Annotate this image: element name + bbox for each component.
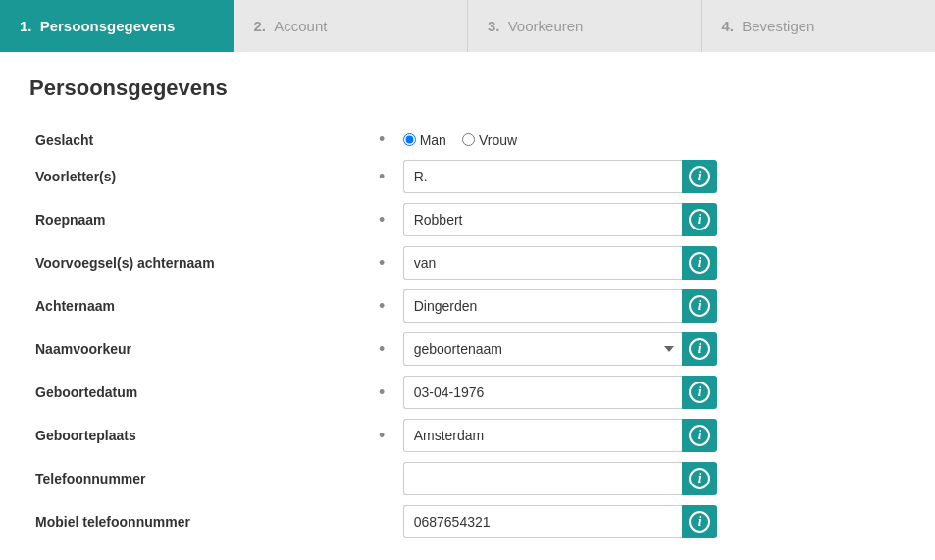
naamvoorkeur-dot: • [366,328,396,371]
roepnaam-input[interactable] [403,203,682,236]
table-row: Achternaam • [29,284,906,328]
wizard-step-3[interactable]: 3. Voorkeuren [468,0,702,52]
voorvoegsel-info-button[interactable] [682,246,717,280]
step-4-label: Bevestigen [742,18,814,34]
geboorteplaats-input[interactable] [403,419,682,452]
voorletters-dot: • [366,155,396,198]
voorletters-label: Voorletter(s) [29,155,366,198]
geslacht-input-cell: Man Vrouw [397,125,906,155]
voorletters-info-button[interactable] [682,160,717,193]
step-1-label: Persoonsgegevens [40,18,176,34]
roepnaam-label: Roepnaam [29,198,366,241]
page-title: Persoonsgegevens [29,76,906,101]
step-3-number: 3. [488,18,500,34]
telefoonnummer-label: Telefoonnummer [29,457,366,500]
step-1-number: 1. [20,18,32,34]
step-2-number: 2. [254,18,267,34]
table-row: Roepnaam • [29,198,906,241]
mobiel-group [403,505,717,538]
wizard-steps: 1. Persoonsgegevens 2. Account 3. Voorke… [0,0,935,52]
radio-man[interactable] [403,133,416,146]
naamvoorkeur-group: geboortenaam partnernaam partnernaam - g… [403,332,717,366]
radio-man-text: Man [420,132,446,148]
table-row: Geboorteplaats • [29,414,906,457]
voorletters-group [403,160,717,193]
step-2-label: Account [274,18,327,34]
geboortedatum-info-button[interactable] [682,376,717,409]
table-row: Geboortedatum • [29,371,906,414]
naamvoorkeur-input-cell: geboortenaam partnernaam partnernaam - g… [397,328,906,371]
geboortedatum-group [403,376,717,409]
roepnaam-group [403,203,717,236]
geslacht-label: Geslacht [29,125,366,155]
table-row: Geslacht • Man Vrouw [29,125,906,155]
form-table: Geslacht • Man Vrouw [29,125,906,543]
voorvoegsel-input[interactable] [403,246,682,280]
roepnaam-info-button[interactable] [682,203,717,236]
voorletters-input[interactable] [403,160,682,193]
geboortedatum-input-cell [397,371,906,414]
mobiel-dot [366,500,396,543]
voorvoegsel-dot: • [366,241,396,284]
geboorteplaats-input-cell [397,414,906,457]
telefoonnummer-info-button[interactable] [682,462,717,495]
mobiel-input[interactable] [403,505,682,538]
telefoonnummer-input[interactable] [403,462,682,495]
mobiel-input-cell [397,500,906,543]
geboorteplaats-group [403,419,717,452]
wizard-step-2[interactable]: 2. Account [234,0,469,52]
geboorteplaats-info-button[interactable] [682,419,717,452]
voorvoegsel-group [403,246,717,280]
radio-vrouw-label[interactable]: Vrouw [462,132,517,148]
geslacht-radio-group: Man Vrouw [403,132,900,148]
voorvoegsel-label: Voorvoegsel(s) achternaam [29,241,366,284]
roepnaam-input-cell [397,198,906,241]
telefoonnummer-dot [366,457,396,500]
achternaam-input[interactable] [403,289,682,323]
naamvoorkeur-select[interactable]: geboortenaam partnernaam partnernaam - g… [403,332,682,366]
geboortedatum-label: Geboortedatum [29,371,366,414]
geboorteplaats-label: Geboorteplaats [29,414,366,457]
table-row: Telefoonnummer [29,457,906,500]
roepnaam-dot: • [366,198,396,241]
step-4-number: 4. [722,18,735,34]
radio-man-label[interactable]: Man [403,132,446,148]
wizard-step-1[interactable]: 1. Persoonsgegevens [0,0,234,52]
main-content: Persoonsgegevens Geslacht • Man Vrouw [0,52,935,560]
mobiel-info-button[interactable] [682,505,717,538]
radio-vrouw-text: Vrouw [479,132,517,148]
table-row: Naamvoorkeur • geboortenaam partnernaam … [29,328,906,371]
table-row: Voorletter(s) • [29,155,906,198]
geslacht-dot: • [366,125,396,155]
voorvoegsel-input-cell [397,241,906,284]
step-3-label: Voorkeuren [508,18,584,34]
table-row: Mobiel telefoonnummer [29,500,906,543]
naamvoorkeur-info-button[interactable] [682,332,717,366]
radio-vrouw[interactable] [462,133,475,146]
achternaam-group [403,289,717,323]
achternaam-input-cell [397,284,906,328]
voorletters-input-cell [397,155,906,198]
telefoonnummer-input-cell [397,457,906,500]
mobiel-label: Mobiel telefoonnummer [29,500,366,543]
achternaam-info-button[interactable] [682,289,717,323]
wizard-step-4[interactable]: 4. Bevestigen [702,0,936,52]
telefoonnummer-group [403,462,717,495]
naamvoorkeur-label: Naamvoorkeur [29,328,366,371]
geboortedatum-input[interactable] [403,376,682,409]
geboortedatum-dot: • [366,371,396,414]
achternaam-label: Achternaam [29,284,366,328]
geboorteplaats-dot: • [366,414,396,457]
table-row: Voorvoegsel(s) achternaam • [29,241,906,284]
achternaam-dot: • [366,284,396,328]
